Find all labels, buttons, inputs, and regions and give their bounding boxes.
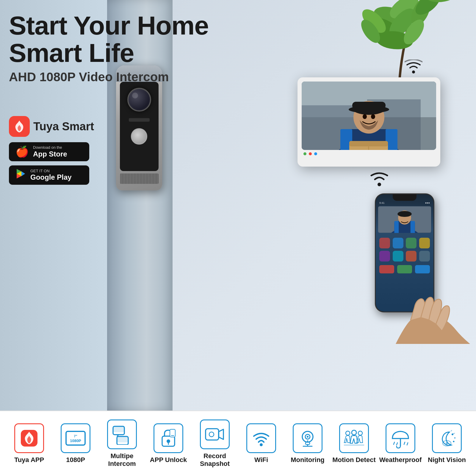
svg-line-72: [394, 442, 394, 444]
svg-point-31: [371, 114, 375, 119]
svg-line-74: [404, 442, 405, 444]
svg-line-82: [453, 433, 455, 434]
feature-record-snapshot: RecordSnapshot: [192, 419, 238, 468]
tuya-icon: [9, 116, 30, 137]
doorbell-speaker: [120, 173, 159, 184]
record-snapshot-label: RecordSnapshot: [200, 452, 230, 468]
feature-monitoring: Monitoring: [284, 423, 331, 464]
record-snapshot-icon-box: [200, 419, 230, 449]
svg-point-78: [453, 441, 455, 442]
indicator-red: [309, 152, 312, 155]
hero-title: Start Your Home Smart Life: [9, 12, 209, 67]
svg-rect-64: [306, 442, 310, 444]
monitor-body: [298, 77, 440, 167]
phone-app-2: [393, 238, 403, 248]
phone-app-1: [379, 238, 390, 248]
phone-app-grid: [376, 235, 433, 264]
svg-point-63: [307, 436, 309, 438]
indicator-blue: [314, 152, 317, 155]
svg-point-70: [358, 431, 362, 435]
phone-unlock-btn: [397, 265, 412, 273]
svg-text:1080P: 1080P: [70, 439, 81, 443]
feature-weatherproof: Weatherproof: [377, 423, 424, 464]
svg-point-77: [454, 437, 455, 439]
svg-marker-58: [219, 429, 223, 439]
svg-point-68: [346, 431, 350, 435]
svg-rect-55: [170, 429, 175, 437]
hero-text-block: Start Your Home Smart Life AHD 1080P Vid…: [9, 12, 209, 84]
tuya-name: Tuya Smart: [33, 120, 94, 133]
phone-notch: [393, 194, 416, 201]
phone-app-5: [379, 251, 390, 262]
doorbell-buttons: [129, 118, 150, 122]
hero-subtitle: AHD 1080P Video Intercom: [9, 70, 209, 84]
feature-wifi: WiFi: [238, 423, 284, 464]
svg-point-17: [412, 71, 415, 73]
monitoring-icon-box: [293, 423, 322, 453]
camera-lens: [127, 88, 151, 112]
app-unlock-icon-box: [154, 423, 183, 453]
phone-app-4: [419, 238, 430, 248]
phone-app-6: [393, 251, 403, 262]
motion-detect-label: Motion Detect: [332, 456, 375, 464]
svg-text:7": 7": [74, 434, 77, 438]
svg-rect-50: [117, 436, 128, 442]
svg-rect-48: [113, 426, 124, 432]
feature-night-vision: Night Vision: [424, 423, 470, 464]
google-icon: [15, 168, 26, 182]
svg-point-30: [363, 114, 367, 119]
feature-intercom: MultipeIntercom: [99, 419, 145, 468]
weatherproof-icon-box: [386, 423, 415, 453]
monitor-screen: [302, 82, 436, 150]
phone-app-3: [406, 238, 416, 248]
feature-tuya-app: Tuya APP: [6, 423, 52, 464]
resolution-icon-box: 7" 1080P: [61, 423, 90, 453]
doorbell-panel: [120, 82, 159, 171]
phone-app-7: [406, 251, 416, 262]
monitoring-label: Monitoring: [291, 456, 325, 464]
svg-point-35: [378, 183, 381, 186]
svg-rect-40: [411, 221, 415, 233]
indoor-monitor: [298, 77, 440, 173]
intercom-icon-box: [107, 419, 137, 449]
main-background: Start Your Home Smart Life AHD 1080P Vid…: [0, 0, 476, 411]
svg-rect-57: [206, 429, 219, 440]
svg-line-75: [407, 443, 408, 445]
tuya-app-icon-box: [14, 423, 44, 453]
app-store-text: Download on the App Store: [33, 145, 67, 158]
tuya-logo: Tuya Smart: [9, 116, 94, 137]
svg-rect-44: [66, 431, 85, 445]
google-play-text: GET IT ON Google Play: [30, 169, 72, 182]
app-unlock-label: APP Unlock: [150, 456, 187, 464]
svg-marker-16: [21, 171, 25, 176]
wifi-icon-box: [246, 423, 276, 453]
feature-resolution: 7" 1080P 1080P: [52, 423, 99, 464]
features-bar: Tuya APP 7" 1080P 1080P MultipeIntercom: [0, 411, 476, 476]
doorbell-ring-button[interactable]: [131, 128, 147, 145]
apple-icon: 🍎: [15, 145, 29, 158]
tuya-section: Tuya Smart 🍎 Download on the App Store: [9, 116, 94, 189]
google-play-badge[interactable]: GET IT ON Google Play: [9, 165, 89, 185]
resolution-label: 1080P: [66, 456, 85, 464]
phone-app-8: [419, 251, 430, 262]
svg-point-29: [349, 106, 389, 113]
motion-detect-icon-box: [339, 423, 369, 453]
svg-line-81: [451, 430, 452, 431]
phone-call-btn: [379, 265, 394, 273]
intercom-label: MultipeIntercom: [108, 452, 136, 468]
svg-point-59: [209, 432, 214, 437]
app-store-badge[interactable]: 🍎 Download on the App Store: [9, 142, 89, 161]
wifi-label: WiFi: [254, 456, 268, 464]
smartphone: 9:41●●●: [369, 187, 452, 336]
svg-point-60: [260, 443, 263, 446]
weatherproof-label: Weatherproof: [379, 456, 422, 464]
wifi-icon-monitor: [405, 60, 422, 78]
svg-point-80: [446, 442, 448, 444]
monitor-indicators: [302, 152, 436, 155]
svg-line-73: [397, 443, 397, 445]
tuya-app-label: Tuya APP: [14, 456, 44, 464]
svg-point-42: [397, 211, 411, 217]
wifi-signal-icon: [369, 170, 390, 188]
svg-point-69: [352, 430, 356, 435]
hand-holding-phone: [381, 284, 470, 345]
